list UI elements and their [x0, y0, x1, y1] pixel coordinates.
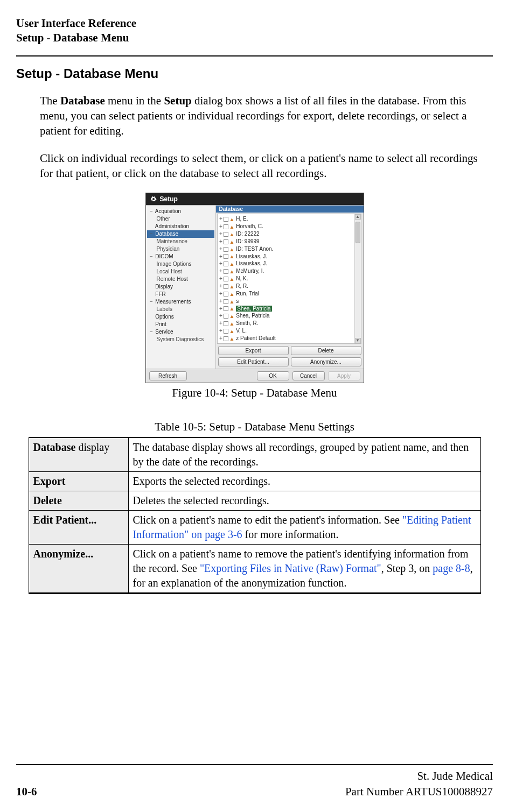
expand-toggle-icon[interactable]: − [149, 230, 154, 238]
nav-item[interactable]: Labels [147, 306, 214, 313]
expand-toggle-icon[interactable]: − [149, 328, 154, 336]
nav-item[interactable]: − Database [147, 230, 214, 238]
nav-item[interactable]: − DICOM [147, 253, 214, 260]
expand-toggle-icon[interactable]: − [149, 253, 154, 260]
patient-row[interactable]: +▲ Lisauskas, J. [219, 253, 360, 260]
patient-checkbox[interactable] [224, 254, 228, 259]
expand-plus-icon[interactable]: + [219, 283, 224, 290]
expand-toggle-icon[interactable]: − [149, 208, 154, 215]
nav-item[interactable]: System Diagnostics [147, 336, 214, 343]
expand-plus-icon[interactable]: + [219, 298, 224, 305]
expand-plus-icon[interactable]: + [219, 238, 224, 245]
nav-item[interactable]: − Measurements [147, 298, 214, 306]
nav-item[interactable]: − Service [147, 328, 214, 336]
delete-button[interactable]: Delete [291, 346, 361, 355]
expand-plus-icon[interactable]: + [219, 267, 224, 274]
xref-link[interactable]: "Exporting Files in Native (Raw) Format" [200, 562, 381, 574]
patient-checkbox[interactable] [224, 299, 228, 304]
patient-row[interactable]: +▲ McMurtry, I. [219, 267, 360, 275]
scroll-down-arrow-icon[interactable]: ▼ [355, 338, 361, 343]
patient-row[interactable]: +▲ s [219, 298, 360, 305]
patient-checkbox[interactable] [224, 232, 228, 237]
patient-row[interactable]: +▲ Smith, R. [219, 320, 360, 327]
expand-plus-icon[interactable]: + [219, 245, 224, 252]
expand-plus-icon[interactable]: + [219, 223, 224, 230]
nav-item[interactable]: Image Options [147, 260, 214, 268]
nav-item[interactable]: Maintenance [147, 238, 214, 245]
patient-name: Horvath, C. [236, 223, 263, 229]
patient-checkbox[interactable] [224, 239, 228, 244]
expand-plus-icon[interactable]: + [219, 230, 224, 237]
patient-row[interactable]: +▲ ID: TEST Anon. [219, 245, 360, 253]
patient-checkbox[interactable] [224, 277, 228, 281]
nav-item[interactable]: FFR [147, 291, 214, 298]
patient-row[interactable]: +▲ Run, Trial [219, 290, 360, 298]
patient-row[interactable]: +▲ H, E. [219, 215, 360, 223]
patient-checkbox[interactable] [224, 314, 228, 319]
database-action-buttons: Export Delete Edit Patient... Anonymize.… [216, 344, 364, 369]
patient-checkbox[interactable] [224, 217, 228, 222]
nav-item[interactable]: − Acquisition [147, 208, 214, 215]
patient-list[interactable]: +▲ H, E.+▲ Horvath, C.+▲ ID: 22222+▲ ID:… [217, 214, 361, 344]
expand-plus-icon[interactable]: + [219, 305, 224, 312]
nav-item[interactable]: Options [147, 313, 214, 321]
nav-item[interactable]: Local Host [147, 268, 214, 276]
patient-row[interactable]: +▲ N, K. [219, 275, 360, 283]
xref-link[interactable]: page 8-8 [433, 562, 470, 574]
patient-name: N, K. [236, 276, 248, 281]
ok-button[interactable]: OK [257, 371, 289, 380]
dialog-title: Setup [160, 195, 178, 203]
nav-item[interactable]: Print [147, 321, 214, 328]
scroll-up-arrow-icon[interactable]: ▲ [355, 214, 361, 220]
patient-checkbox[interactable] [224, 247, 228, 252]
expand-plus-icon[interactable]: + [219, 320, 224, 327]
patient-row[interactable]: +▲ ID: 22222 [219, 230, 360, 238]
refresh-button[interactable]: Refresh [149, 371, 187, 380]
patient-checkbox[interactable] [224, 306, 228, 311]
nav-item[interactable]: Display [147, 283, 214, 291]
table-row: Anonymize... Click on a patient's name t… [29, 544, 480, 593]
expand-toggle-icon[interactable]: − [149, 298, 154, 306]
expand-plus-icon[interactable]: + [219, 260, 224, 267]
setup-nav-tree[interactable]: − AcquisitionOther Administration− Datab… [146, 206, 216, 369]
patient-list-scrollbar[interactable]: ▲ ▼ [354, 214, 361, 343]
patient-checkbox[interactable] [224, 321, 228, 326]
expand-plus-icon[interactable]: + [219, 275, 224, 282]
nav-item[interactable]: Administration [147, 223, 214, 230]
expand-plus-icon[interactable]: + [219, 335, 224, 342]
patient-checkbox[interactable] [224, 336, 228, 341]
patient-row[interactable]: +▲ Shea, Patricia [219, 312, 360, 320]
patient-row[interactable]: +▲ Shea, Patricia [219, 305, 360, 313]
patient-row[interactable]: +▲ z Patient Default [219, 335, 360, 342]
nav-item-label: Database [155, 231, 178, 237]
patient-checkbox[interactable] [224, 329, 228, 334]
expand-plus-icon[interactable]: + [219, 290, 224, 297]
patient-checkbox[interactable] [224, 284, 228, 289]
nav-item[interactable]: Remote Host [147, 276, 214, 283]
patient-checkbox[interactable] [224, 224, 228, 229]
patient-icon: ▲ [229, 298, 235, 305]
table-title: Table 10-5: Setup - Database Menu Settin… [16, 420, 493, 434]
anonymize-button[interactable]: Anonymize... [291, 357, 361, 366]
nav-item[interactable]: Other [147, 215, 214, 223]
cancel-button[interactable]: Cancel [292, 371, 325, 380]
expand-plus-icon[interactable]: + [219, 312, 224, 319]
patient-checkbox[interactable] [224, 262, 228, 266]
scroll-thumb[interactable] [355, 222, 360, 243]
expand-plus-icon[interactable]: + [219, 253, 224, 260]
expand-plus-icon[interactable]: + [219, 215, 224, 222]
patient-checkbox[interactable] [224, 292, 228, 296]
dialog-titlebar[interactable]: Setup [146, 193, 364, 205]
patient-row[interactable]: +▲ V, L. [219, 327, 360, 335]
patient-name: McMurtry, I. [236, 268, 264, 274]
export-button[interactable]: Export [218, 346, 289, 355]
patient-row[interactable]: +▲ ID: 99999 [219, 238, 360, 245]
patient-checkbox[interactable] [224, 269, 228, 274]
patient-row[interactable]: +▲ Lisauskas, J. [219, 260, 360, 267]
edit-patient-button[interactable]: Edit Patient... [218, 357, 289, 366]
nav-item[interactable]: Physician [147, 245, 214, 253]
patient-row[interactable]: +▲ R, R. [219, 283, 360, 290]
expand-plus-icon[interactable]: + [219, 327, 224, 334]
running-header: User Interface Reference Setup - Databas… [16, 16, 493, 46]
patient-row[interactable]: +▲ Horvath, C. [219, 223, 360, 230]
